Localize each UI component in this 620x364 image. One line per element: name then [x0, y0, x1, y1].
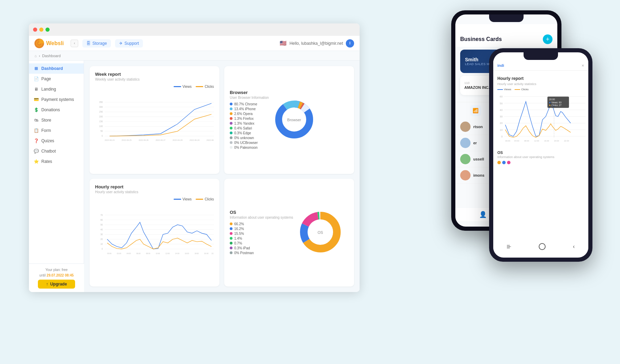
nav-person-icon[interactable]: 👤: [479, 211, 487, 218]
sidebar-item-store[interactable]: 🛍 Store: [29, 115, 84, 125]
dash-phone-bottom-nav: ⊪ ‹: [493, 240, 588, 253]
hourly-legend-views: Views: [174, 197, 192, 201]
svg-text:Browser: Browser: [287, 118, 301, 122]
top-nav: Websli ‹ 🗄 Storage ✈ Support 🇺🇸 Hello, l…: [29, 36, 360, 51]
person-imons-info: imons: [473, 173, 484, 177]
browser-donut: Browser: [273, 99, 315, 141]
window-minimize-dot[interactable]: [39, 28, 43, 32]
legend-views-label: Views: [183, 85, 192, 89]
svg-text:■: ■: [549, 101, 550, 104]
sidebar-item-dashboard[interactable]: ⊞ Dashboard: [29, 63, 84, 74]
page-icon: 📄: [34, 76, 39, 81]
biz-card-amazon-name: AMAZON INC.: [464, 85, 489, 90]
svg-text:300: 300: [99, 106, 103, 108]
svg-text:10:00: 10:00: [156, 253, 160, 254]
week-report-chart: 0 50 100 150 200 250 300 350 2022-06-24 …: [95, 91, 214, 153]
svg-text:350: 350: [99, 101, 103, 103]
dash-legend-clicks: Clicks: [515, 88, 528, 91]
svg-text:2022-06-30: 2022-06-30: [207, 139, 214, 141]
upgrade-arrow: ↑: [46, 282, 48, 287]
os-donut: OS: [298, 210, 343, 256]
hourly-report-title: Hourly report: [95, 184, 214, 189]
plan-text: Your plan: free: [45, 268, 68, 272]
sidebar-item-rates[interactable]: ⭐ Rates: [29, 156, 84, 167]
upgrade-label: Upgrade: [50, 282, 67, 287]
sidebar-item-landing[interactable]: 🖥 Landing: [29, 84, 84, 94]
hourly-legend-dot-blue: [174, 199, 181, 200]
svg-text:100: 100: [99, 125, 103, 127]
person-rtson-info: rtson: [473, 125, 483, 129]
form-icon: 📋: [34, 128, 39, 133]
week-report-subtitle: Weekly user activity statistics: [95, 77, 214, 81]
biz-add-button[interactable]: +: [543, 34, 552, 44]
svg-text:Clicks: 27: Clicks: 27: [551, 104, 561, 106]
svg-text:04:00: 04:00: [514, 140, 519, 142]
chatbot-icon: 💬: [34, 149, 39, 154]
logo-icon: [34, 39, 44, 48]
sidebar-label-form: Form: [41, 128, 51, 133]
svg-text:2022-06-25: 2022-06-25: [122, 139, 132, 141]
plan-date: 29.07.2022 08:45: [46, 273, 73, 277]
sidebar-item-donations[interactable]: 💲 Donations: [29, 105, 84, 115]
svg-text:20: 20: [500, 122, 503, 125]
wifi-icon[interactable]: 📶: [470, 105, 481, 116]
nav-collapse-button[interactable]: ‹: [71, 40, 78, 47]
sidebar-label-store: Store: [41, 118, 51, 123]
os-info-left: OS Information about user operating syst…: [230, 210, 293, 256]
svg-text:16:00: 16:00: [185, 253, 189, 254]
svg-text:10: 10: [500, 128, 503, 132]
landing-icon: 🖥: [34, 87, 39, 92]
svg-text:0: 0: [102, 135, 103, 137]
dash-phone-logo: indi: [497, 63, 504, 67]
sidebar-label-page: Page: [41, 76, 51, 81]
svg-text:250: 250: [99, 111, 103, 113]
dash-nav-home-icon[interactable]: [539, 243, 546, 250]
browser-window: Websli ‹ 🗄 Storage ✈ Support 🇺🇸 Hello, l…: [29, 23, 360, 292]
window-maximize-dot[interactable]: [45, 28, 50, 32]
os-dot-3: [507, 161, 510, 164]
os-subtitle: Information about user operating systems: [230, 216, 293, 219]
legend-dot-blue: [174, 86, 181, 87]
dash-nav-back-icon[interactable]: ‹: [573, 243, 575, 250]
sidebar-label-landing: Landing: [41, 87, 56, 92]
svg-text:08:00: 08:00: [146, 253, 151, 254]
week-report-title: Week report: [95, 72, 214, 77]
dashboard-icon: ⊞: [34, 66, 39, 71]
sidebar-item-payment[interactable]: 💳 Payment systems: [29, 94, 84, 105]
sidebar-item-quizes[interactable]: ❓ Quizes: [29, 136, 84, 146]
svg-text:70: 70: [100, 214, 103, 216]
sidebar-item-page[interactable]: 📄 Page: [29, 74, 84, 84]
svg-text:50: 50: [100, 130, 103, 132]
flag-icon: 🇺🇸: [280, 40, 287, 46]
svg-text:20: 20: [100, 238, 103, 240]
home-icon: ⌂: [34, 54, 37, 58]
dash-chart-section: Hourly report Hourly user activity stati…: [493, 71, 588, 145]
front-phone-frame: indi ✕ Hourly report Hourly user activit…: [489, 48, 592, 262]
browser-info-left: Browser User Browser Information 80.7% C…: [230, 90, 269, 150]
dash-nav-grid-icon[interactable]: ⊪: [507, 243, 512, 250]
sidebar-item-chatbot[interactable]: 💬 Chatbot: [29, 146, 84, 156]
svg-text:04:00: 04:00: [127, 253, 131, 254]
upgrade-button[interactable]: ↑ Upgrade: [38, 280, 75, 289]
svg-text:20:00: 20:00: [204, 253, 209, 254]
sidebar-label-quizes: Quizes: [41, 138, 54, 143]
svg-text:14:00: 14:00: [175, 253, 179, 254]
support-button[interactable]: ✈ Support: [115, 39, 143, 48]
front-phone-screen: indi ✕ Hourly report Hourly user activit…: [493, 52, 588, 258]
hourly-report-card: Hourly report Hourly user activity stati…: [90, 179, 219, 287]
svg-text:50: 50: [100, 223, 103, 226]
svg-text:■: ■: [549, 104, 550, 106]
support-icon: ✈: [119, 41, 123, 46]
svg-text:50: 50: [500, 102, 503, 105]
dash-phone-chart-svg: 0 10 20 30 40 50 60 00:00 04:00 08:00 12…: [496, 92, 586, 144]
svg-text:18:00: 18:00: [195, 253, 199, 254]
window-close-dot[interactable]: [33, 28, 37, 32]
person-rtson-avatar: [460, 122, 471, 132]
os-card: OS Information about user operating syst…: [224, 179, 354, 287]
storage-button[interactable]: 🗄 Storage: [82, 39, 111, 48]
breadcrumb-text: Dashboard: [42, 54, 61, 58]
svg-text:2022-06-26: 2022-06-26: [138, 139, 148, 141]
user-avatar[interactable]: I: [346, 39, 354, 48]
front-phone-notch: [524, 52, 558, 60]
sidebar-item-form[interactable]: 📋 Form: [29, 125, 84, 136]
